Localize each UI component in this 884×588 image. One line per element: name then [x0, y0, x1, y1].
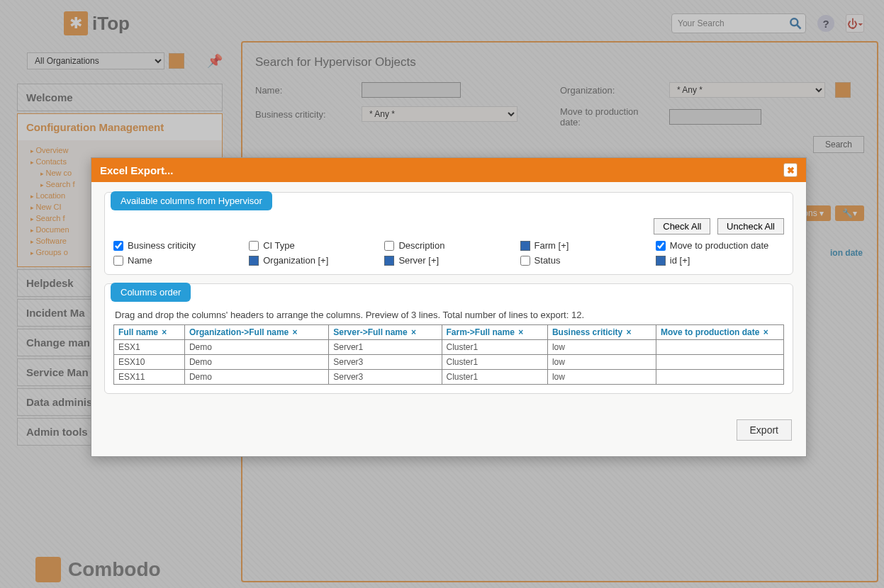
- chk-ci-type[interactable]: [249, 241, 259, 251]
- table-cell: Cluster1: [442, 370, 547, 385]
- remove-col-icon[interactable]: ×: [162, 327, 167, 337]
- table-cell: ESX1: [114, 340, 185, 355]
- table-cell: low: [547, 355, 656, 370]
- chk-name[interactable]: [113, 256, 123, 266]
- table-cell: low: [547, 340, 656, 355]
- table-cell: ESX10: [114, 355, 185, 370]
- remove-col-icon[interactable]: ×: [627, 327, 632, 337]
- col-ci-type[interactable]: CI Type: [249, 240, 377, 251]
- table-cell: Demo: [184, 355, 328, 370]
- col-id[interactable]: id [+]: [656, 255, 784, 266]
- dialog-title: Excel Export...: [100, 164, 173, 176]
- table-cell: low: [547, 370, 656, 385]
- table-cell: Cluster1: [442, 340, 547, 355]
- table-cell: Server3: [329, 370, 442, 385]
- th-move-date[interactable]: Move to production date ×: [656, 325, 784, 340]
- th-farm-full[interactable]: Farm->Full name ×: [442, 325, 547, 340]
- th-bus-crit[interactable]: Business criticity ×: [547, 325, 656, 340]
- table-cell: ESX11: [114, 370, 185, 385]
- columns-order-legend: Columns order: [111, 283, 191, 302]
- th-full-name[interactable]: Full name ×: [114, 325, 185, 340]
- th-server-full[interactable]: Server->Full name ×: [329, 325, 442, 340]
- export-button[interactable]: Export: [737, 419, 792, 441]
- table-row: ESX11DemoServer3Cluster1low: [114, 370, 784, 385]
- table-cell: Demo: [184, 340, 328, 355]
- table-cell: Server1: [329, 340, 442, 355]
- close-icon[interactable]: ✖: [783, 163, 798, 177]
- available-columns-legend: Available columns from Hypervisor: [111, 191, 272, 210]
- chk-farm[interactable]: [520, 241, 530, 251]
- table-cell: [656, 355, 784, 370]
- chk-organization[interactable]: [249, 256, 259, 266]
- table-cell: Demo: [184, 370, 328, 385]
- col-farm[interactable]: Farm [+]: [520, 240, 649, 251]
- chk-description[interactable]: [384, 241, 394, 251]
- chk-id[interactable]: [656, 256, 666, 266]
- columns-order-instruction: Drag and drop the columns' headers to ar…: [115, 310, 783, 320]
- remove-col-icon[interactable]: ×: [293, 327, 298, 337]
- chk-status[interactable]: [520, 256, 530, 266]
- excel-export-dialog: Excel Export... ✖ Available columns from…: [91, 157, 807, 457]
- col-organization[interactable]: Organization [+]: [249, 255, 377, 266]
- col-status[interactable]: Status: [520, 255, 649, 266]
- table-cell: Server3: [329, 355, 442, 370]
- table-row: ESX10DemoServer3Cluster1low: [114, 355, 784, 370]
- preview-table: Full name × Organization->Full name × Se…: [113, 324, 784, 385]
- th-org-full[interactable]: Organization->Full name ×: [184, 325, 328, 340]
- chk-move-date[interactable]: [656, 241, 666, 251]
- col-description[interactable]: Description: [384, 240, 513, 251]
- col-move-date[interactable]: Move to production date: [656, 240, 784, 251]
- chk-business-crit[interactable]: [113, 241, 123, 251]
- table-cell: [656, 370, 784, 385]
- col-name[interactable]: Name: [113, 255, 242, 266]
- table-cell: Cluster1: [442, 355, 547, 370]
- chk-server[interactable]: [384, 256, 394, 266]
- col-business-crit[interactable]: Business criticity: [113, 240, 242, 251]
- table-row: ESX1DemoServer1Cluster1low: [114, 340, 784, 355]
- check-all-button[interactable]: Check All: [654, 218, 710, 234]
- table-cell: [656, 340, 784, 355]
- uncheck-all-button[interactable]: Uncheck All: [717, 218, 784, 234]
- col-server[interactable]: Server [+]: [384, 255, 513, 266]
- remove-col-icon[interactable]: ×: [411, 327, 416, 337]
- remove-col-icon[interactable]: ×: [518, 327, 523, 337]
- remove-col-icon[interactable]: ×: [763, 327, 768, 337]
